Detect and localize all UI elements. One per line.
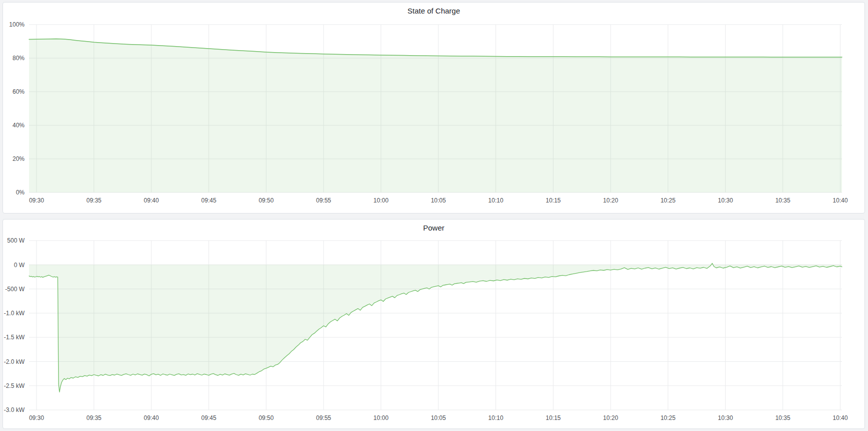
x-tick-label: 09:55: [316, 197, 331, 204]
y-tick-label: -500 W: [5, 286, 25, 293]
state-of-charge-plot-area[interactable]: 0%20%40%60%80%100%09:3009:3509:4009:4509…: [3, 18, 864, 213]
x-tick-label: 10:05: [431, 414, 446, 421]
x-tick-label: 10:00: [374, 197, 389, 204]
x-tick-label: 10:25: [661, 197, 676, 204]
y-tick-label: -1.0 kW: [4, 310, 25, 317]
x-tick-label: 10:30: [718, 414, 733, 421]
y-tick-label: -1.5 kW: [4, 334, 25, 341]
x-tick-label: 10:40: [833, 414, 848, 421]
x-tick-label: 09:45: [201, 414, 216, 421]
y-tick-label: -2.0 kW: [4, 358, 25, 365]
y-tick-label: 0%: [16, 189, 25, 196]
panel-power: Power 500 W0 W-500 W-1.0 kW-1.5 kW-2.0 k…: [3, 219, 865, 429]
x-tick-label: 10:40: [833, 197, 848, 204]
panel-state-of-charge: State of Charge 0%20%40%60%80%100%09:300…: [3, 2, 865, 213]
power-plot-area[interactable]: 500 W0 W-500 W-1.0 kW-1.5 kW-2.0 kW-2.5 …: [3, 237, 864, 428]
y-tick-label: 100%: [9, 21, 25, 28]
x-tick-label: 09:35: [86, 197, 101, 204]
x-tick-label: 10:15: [545, 414, 560, 421]
y-tick-label: 40%: [13, 122, 25, 129]
series-area: [29, 263, 842, 392]
y-tick-label: -3.0 kW: [4, 406, 25, 413]
x-tick-label: 10:00: [374, 414, 389, 421]
panel-title-state-of-charge[interactable]: State of Charge: [3, 3, 864, 19]
series-area: [29, 39, 842, 192]
x-tick-label: 10:10: [488, 197, 503, 204]
x-tick-label: 10:15: [545, 197, 560, 204]
x-tick-label: 10:35: [775, 414, 790, 421]
x-tick-label: 09:30: [29, 197, 44, 204]
state-of-charge-chart-svg: 0%20%40%60%80%100%09:3009:3509:4009:4509…: [3, 18, 864, 213]
y-tick-label: 500 W: [7, 237, 25, 244]
x-tick-label: 10:30: [718, 197, 733, 204]
x-tick-label: 09:55: [316, 414, 331, 421]
x-tick-label: 09:40: [144, 197, 159, 204]
x-tick-label: 09:30: [29, 414, 44, 421]
x-tick-label: 09:40: [144, 414, 159, 421]
x-tick-label: 09:50: [258, 414, 273, 421]
x-tick-label: 10:35: [775, 197, 790, 204]
x-tick-label: 10:20: [603, 197, 618, 204]
panel-title-power[interactable]: Power: [3, 220, 864, 236]
x-tick-label: 10:05: [431, 197, 446, 204]
x-tick-label: 09:35: [86, 414, 101, 421]
y-tick-label: 20%: [13, 155, 25, 162]
y-tick-label: 80%: [13, 55, 25, 62]
y-tick-label: 0 W: [14, 262, 25, 269]
x-tick-label: 09:50: [258, 197, 273, 204]
power-chart-svg: 500 W0 W-500 W-1.0 kW-1.5 kW-2.0 kW-2.5 …: [3, 237, 864, 428]
y-tick-label: 60%: [13, 88, 25, 95]
x-tick-label: 10:20: [603, 414, 618, 421]
x-tick-label: 10:25: [661, 414, 676, 421]
y-tick-label: -2.5 kW: [4, 382, 25, 389]
x-tick-label: 10:10: [488, 414, 503, 421]
x-tick-label: 09:45: [201, 197, 216, 204]
